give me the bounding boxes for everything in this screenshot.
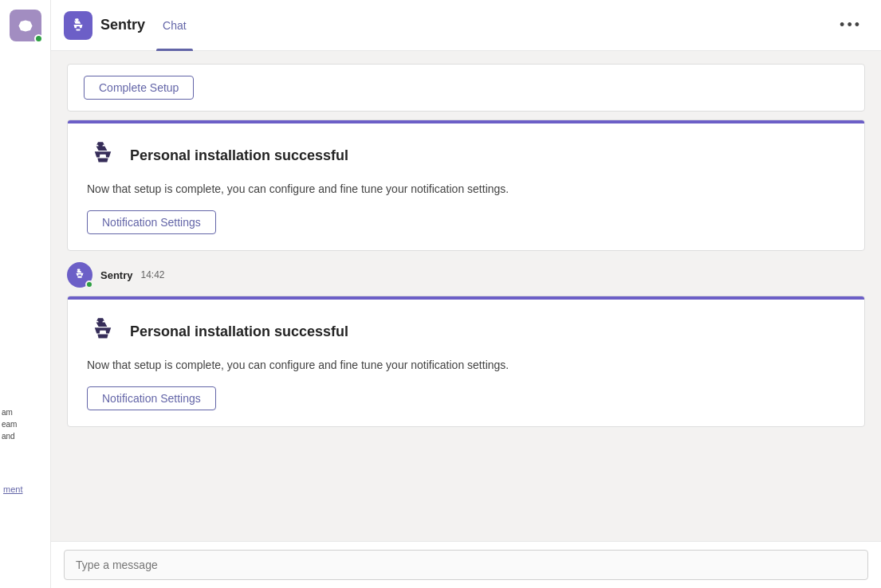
card-sentry-logo-1 <box>87 139 119 171</box>
complete-setup-button[interactable]: Complete Setup <box>84 76 194 100</box>
sender-name: Sentry <box>100 269 132 281</box>
partial-card: Complete Setup <box>67 64 865 112</box>
card-title-1: Personal installation successful <box>130 147 348 164</box>
avatar-online-dot <box>85 280 93 288</box>
chat-header: Sentry Chat ••• <box>51 0 881 51</box>
installation-card-2: Personal installation successful Now tha… <box>67 296 865 427</box>
messages-area: Complete Setup Pe <box>51 51 881 541</box>
online-indicator <box>34 34 43 43</box>
tab-chat[interactable]: Chat <box>156 0 193 51</box>
chat-input-area <box>51 541 881 588</box>
card-description-1: Now that setup is complete, you can conf… <box>87 181 845 198</box>
app-icon <box>64 11 92 40</box>
message-input[interactable] <box>64 550 868 580</box>
sidebar-text-labels: am eam and <box>2 406 17 442</box>
card-sentry-logo-2 <box>87 316 119 347</box>
sentry-message-avatar <box>67 262 92 288</box>
chat-window: Sentry Chat ••• Complete Setup <box>51 0 881 588</box>
message-time: 14:42 <box>140 269 164 280</box>
header-tabs: Chat <box>156 0 193 51</box>
card-title-2: Personal installation successful <box>130 323 348 340</box>
more-options-button[interactable]: ••• <box>833 14 868 37</box>
sidebar-partial-icon <box>0 0 51 51</box>
installation-card-1: Personal installation successful Now tha… <box>67 120 865 251</box>
app-title: Sentry <box>100 17 145 33</box>
card-description-2: Now that setup is complete, you can conf… <box>87 357 845 374</box>
teams-sidebar: am eam and ment <box>0 0 51 588</box>
notification-settings-button-2[interactable]: Notification Settings <box>87 386 216 410</box>
sidebar-link[interactable]: ment <box>0 484 22 494</box>
notification-settings-button-1[interactable]: Notification Settings <box>87 210 216 234</box>
timestamp-row: Sentry 14:42 <box>67 262 865 288</box>
